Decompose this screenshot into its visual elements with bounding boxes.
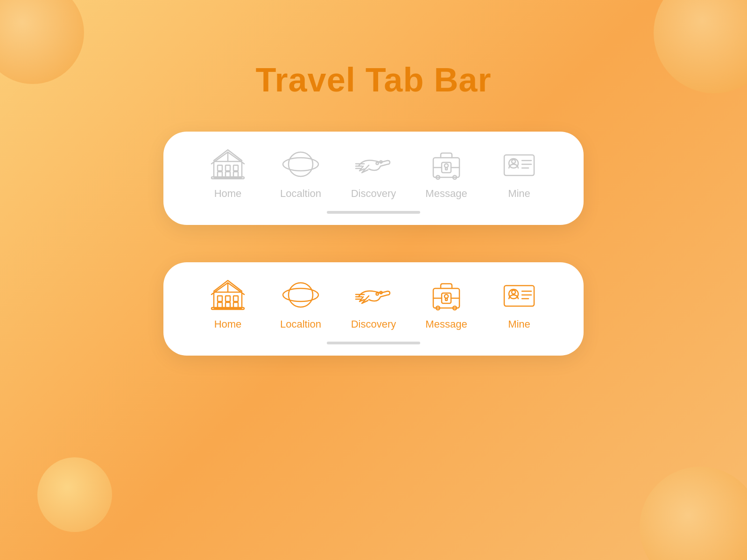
svg-point-11 xyxy=(376,162,379,165)
tab-home-active[interactable]: Home xyxy=(191,276,264,330)
tab-location-inactive[interactable]: Localtion xyxy=(264,146,337,200)
inactive-tab-items: Home Localtion xyxy=(191,146,556,200)
tab-label-home-inactive: Home xyxy=(214,188,242,200)
svg-rect-19 xyxy=(445,168,447,170)
tab-label-mine-active: Mine xyxy=(508,318,530,330)
inactive-tab-bar: Home Localtion xyxy=(163,132,584,225)
tab-label-location-inactive: Localtion xyxy=(280,188,321,200)
tab-mine-inactive[interactable]: Mine xyxy=(483,146,556,200)
scroll-indicator-inactive xyxy=(327,211,420,214)
svg-rect-33 xyxy=(233,296,238,301)
svg-rect-31 xyxy=(218,296,222,301)
tab-label-message-inactive: Message xyxy=(425,188,467,200)
tab-discovery-inactive[interactable]: Discovery xyxy=(337,146,410,200)
page-title: Travel Tab Bar xyxy=(0,61,747,99)
home-icon xyxy=(207,146,249,183)
svg-point-41 xyxy=(376,293,379,295)
tab-message-active[interactable]: Message xyxy=(410,276,483,330)
svg-point-26 xyxy=(512,160,515,163)
svg-point-56 xyxy=(512,290,515,294)
home-icon-active xyxy=(207,276,249,314)
mine-icon xyxy=(498,146,540,183)
tab-message-inactive[interactable]: Message xyxy=(410,146,483,200)
tab-location-active[interactable]: Localtion xyxy=(264,276,337,330)
svg-rect-49 xyxy=(445,298,447,301)
svg-rect-2 xyxy=(226,165,230,171)
tab-label-home-active: Home xyxy=(214,318,242,330)
mine-icon-active xyxy=(498,276,540,314)
svg-rect-1 xyxy=(218,165,222,171)
discovery-icon xyxy=(352,146,395,183)
location-icon xyxy=(280,146,322,183)
message-icon xyxy=(425,146,467,183)
tab-label-location-active: Localtion xyxy=(280,318,321,330)
svg-point-9 xyxy=(289,152,313,176)
scroll-indicator-active xyxy=(327,342,420,344)
active-tab-items: Home Localtion xyxy=(191,276,556,330)
tab-discovery-active[interactable]: Discovery xyxy=(337,276,410,330)
tab-bars-wrapper: Home Localtion xyxy=(0,132,747,356)
svg-rect-32 xyxy=(226,296,230,301)
svg-point-39 xyxy=(289,283,313,307)
location-icon-active xyxy=(280,276,322,314)
decorative-circle-bl xyxy=(37,457,112,532)
tab-label-discovery-inactive: Discovery xyxy=(351,188,396,200)
tab-home-inactive[interactable]: Home xyxy=(191,146,264,200)
decorative-circle-br xyxy=(640,467,747,560)
tab-label-discovery-active: Discovery xyxy=(351,318,396,330)
discovery-icon-active xyxy=(352,276,395,314)
svg-rect-3 xyxy=(233,165,238,171)
tab-label-message-active: Message xyxy=(425,318,467,330)
active-tab-bar: Home Localtion xyxy=(163,262,584,356)
tab-mine-active[interactable]: Mine xyxy=(483,276,556,330)
tab-label-mine-inactive: Mine xyxy=(508,188,530,200)
message-icon-active xyxy=(425,276,467,314)
